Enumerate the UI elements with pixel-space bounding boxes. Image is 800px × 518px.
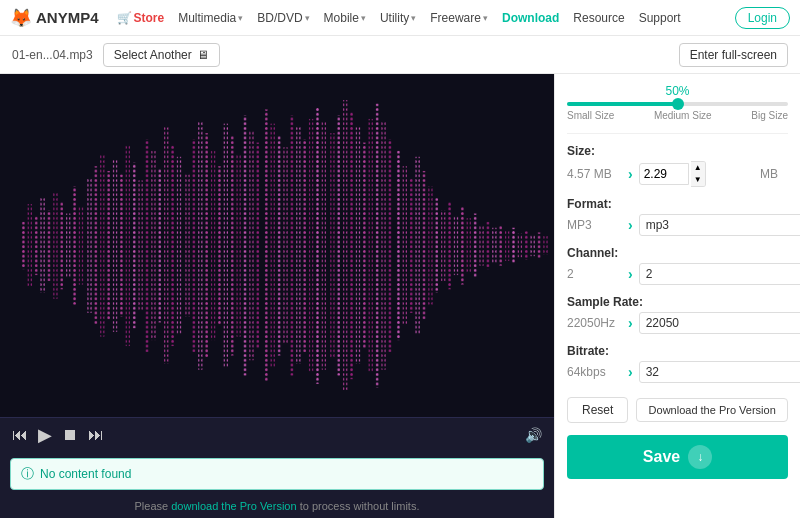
sample-rate-values: 22050Hz › Hz xyxy=(567,312,788,334)
bitrate-values: 64kbps › kbps xyxy=(567,361,788,383)
bitrate-original: 64kbps xyxy=(567,365,622,379)
download-pro-button[interactable]: Download the Pro Version xyxy=(636,398,788,422)
svg-rect-18 xyxy=(113,159,117,332)
svg-rect-83 xyxy=(537,232,541,258)
arrow-icon: › xyxy=(628,266,633,282)
waveform-area: .bar { fill: none; } xyxy=(0,74,554,417)
quality-slider-track[interactable] xyxy=(567,102,788,106)
svg-rect-23 xyxy=(145,139,149,352)
svg-rect-51 xyxy=(330,133,334,358)
nav-download[interactable]: Download xyxy=(496,9,565,27)
svg-rect-21 xyxy=(132,163,136,329)
nav-bddvd[interactable]: BD/DVD ▾ xyxy=(251,9,315,27)
slider-labels: Small Size Medium Size Big Size xyxy=(567,110,788,121)
login-button[interactable]: Login xyxy=(735,7,790,29)
action-row: Reset Download the Pro Version xyxy=(567,397,788,423)
sample-rate-input[interactable] xyxy=(639,312,800,334)
next-button[interactable]: ⏭ xyxy=(88,426,104,444)
slider-fill xyxy=(567,102,678,106)
save-circle-icon: ↓ xyxy=(688,445,712,469)
svg-rect-13 xyxy=(79,206,83,284)
channel-original: 2 xyxy=(567,267,622,281)
svg-rect-36 xyxy=(230,136,234,356)
nav-store[interactable]: 🛒 Store xyxy=(111,9,171,27)
bitrate-input[interactable] xyxy=(639,361,800,383)
svg-rect-58 xyxy=(375,104,379,388)
right-panel: 50% Small Size Medium Size Big Size Size… xyxy=(555,74,800,518)
channel-setting: Channel: 2 › xyxy=(567,246,788,285)
svg-rect-14 xyxy=(87,178,91,313)
svg-rect-79 xyxy=(511,228,515,263)
nav-resource[interactable]: Resource xyxy=(567,9,630,27)
format-input[interactable] xyxy=(639,214,800,236)
svg-rect-9 xyxy=(53,192,57,298)
rewind-button[interactable]: ⏮ xyxy=(12,426,28,444)
svg-rect-34 xyxy=(217,166,221,324)
size-label: Size: xyxy=(567,144,788,158)
quality-percent-label: 50% xyxy=(567,84,788,98)
logo[interactable]: 🦊 ANYMP4 xyxy=(10,7,99,29)
size-input[interactable] xyxy=(639,163,689,185)
svg-rect-38 xyxy=(243,115,247,375)
stop-button[interactable]: ⏹ xyxy=(62,426,78,444)
svg-rect-35 xyxy=(224,124,228,368)
slider-thumb[interactable] xyxy=(672,98,684,110)
svg-rect-66 xyxy=(428,186,432,304)
save-button[interactable]: Save ↓ xyxy=(567,435,788,479)
svg-rect-76 xyxy=(492,228,496,263)
reset-button[interactable]: Reset xyxy=(567,397,628,423)
sample-rate-label: Sample Rate: xyxy=(567,295,788,309)
size-unit: MB xyxy=(760,167,788,181)
fullscreen-button[interactable]: Enter full-screen xyxy=(679,43,788,67)
select-another-button[interactable]: Select Another 🖥 xyxy=(103,43,220,67)
svg-rect-54 xyxy=(349,112,353,379)
svg-rect-10 xyxy=(60,202,64,290)
nav-utility[interactable]: Utility ▾ xyxy=(374,9,422,27)
quality-slider-area: 50% Small Size Medium Size Big Size xyxy=(567,84,788,121)
svg-rect-60 xyxy=(388,139,392,352)
volume-button[interactable]: 🔊 xyxy=(525,427,542,443)
svg-rect-19 xyxy=(119,175,123,317)
channel-input[interactable] xyxy=(639,263,800,285)
svg-rect-68 xyxy=(441,210,445,281)
nav-support[interactable]: Support xyxy=(633,9,687,27)
info-icon: ⓘ xyxy=(21,465,34,483)
waveform-visualization: .bar { fill: none; } xyxy=(0,74,554,417)
svg-rect-32 xyxy=(205,133,209,358)
format-values: MP3 › xyxy=(567,214,788,236)
main-content: .bar { fill: none; } xyxy=(0,74,800,518)
svg-rect-4 xyxy=(21,222,25,269)
toolbar: 01-en...04.mp3 Select Another 🖥 Enter fu… xyxy=(0,36,800,74)
svg-rect-46 xyxy=(296,127,300,364)
svg-rect-52 xyxy=(337,115,341,375)
sample-rate-setting: Sample Rate: 22050Hz › Hz xyxy=(567,295,788,334)
arrow-icon: › xyxy=(628,364,633,380)
svg-rect-37 xyxy=(237,154,241,336)
size-decrement-button[interactable]: ▼ xyxy=(691,174,705,186)
size-increment-button[interactable]: ▲ xyxy=(691,162,705,174)
svg-rect-67 xyxy=(435,198,439,293)
format-original: MP3 xyxy=(567,218,622,232)
svg-rect-48 xyxy=(309,119,313,372)
save-label: Save xyxy=(643,448,680,466)
svg-rect-22 xyxy=(139,180,143,310)
nav-freeware[interactable]: Freeware ▾ xyxy=(424,9,494,27)
svg-rect-50 xyxy=(322,121,326,369)
arrow-icon: › xyxy=(628,315,633,331)
size-spin-buttons: ▲ ▼ xyxy=(691,161,706,187)
svg-rect-77 xyxy=(499,225,503,265)
divider xyxy=(567,133,788,134)
svg-rect-41 xyxy=(264,109,268,381)
chevron-down-icon: ▾ xyxy=(411,13,416,23)
svg-rect-49 xyxy=(315,107,319,384)
header: 🦊 ANYMP4 🛒 Store Multimedia ▾ BD/DVD ▾ M… xyxy=(0,0,800,36)
pro-version-link[interactable]: download the Pro Version xyxy=(171,500,296,512)
play-button[interactable]: ▶ xyxy=(38,424,52,446)
size-input-wrap: ▲ ▼ xyxy=(639,161,754,187)
chevron-down-icon: ▾ xyxy=(305,13,310,23)
nav-multimedia[interactable]: Multimedia ▾ xyxy=(172,9,249,27)
nav-mobile[interactable]: Mobile ▾ xyxy=(318,9,372,27)
bitrate-label: Bitrate: xyxy=(567,344,788,358)
chevron-down-icon: ▾ xyxy=(361,13,366,23)
svg-rect-59 xyxy=(381,121,385,369)
